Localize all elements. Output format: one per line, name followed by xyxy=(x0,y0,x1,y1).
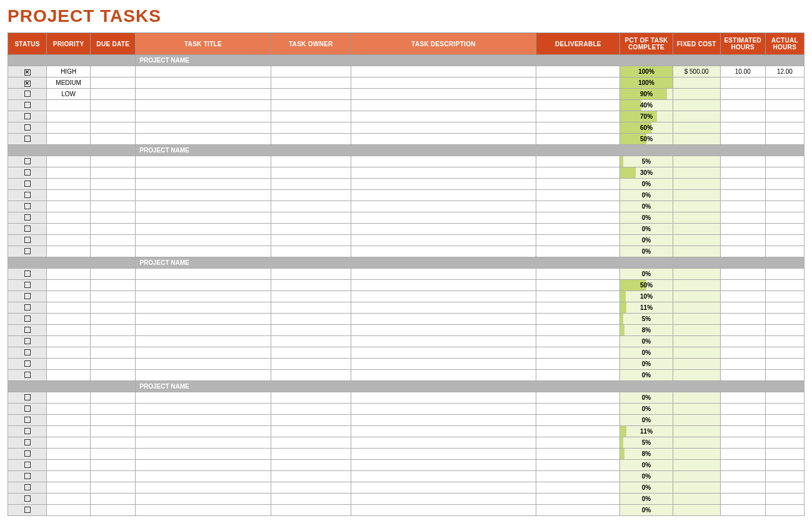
est-hours-cell[interactable] xyxy=(720,100,765,111)
fixed-cost-cell[interactable] xyxy=(673,224,720,235)
due-date-cell[interactable] xyxy=(91,167,136,179)
est-hours-cell[interactable] xyxy=(720,179,765,190)
status-cell[interactable] xyxy=(8,460,47,471)
act-hours-cell[interactable] xyxy=(765,505,804,516)
priority-cell[interactable] xyxy=(47,404,91,415)
task-owner-cell[interactable] xyxy=(271,100,351,111)
est-hours-cell[interactable] xyxy=(720,224,765,235)
task-desc-cell[interactable] xyxy=(351,156,536,167)
deliverable-cell[interactable] xyxy=(536,269,620,280)
pct-complete-cell[interactable]: 0% xyxy=(620,224,673,235)
checkbox-icon[interactable] xyxy=(24,158,31,164)
fixed-cost-cell[interactable] xyxy=(673,314,720,325)
due-date-cell[interactable] xyxy=(91,179,136,190)
deliverable-cell[interactable] xyxy=(536,201,620,212)
task-owner-cell[interactable] xyxy=(271,122,351,134)
status-cell[interactable] xyxy=(8,269,47,280)
est-hours-cell[interactable] xyxy=(720,280,765,291)
task-title-cell[interactable] xyxy=(136,224,271,235)
due-date-cell[interactable] xyxy=(91,314,136,325)
fixed-cost-cell[interactable] xyxy=(673,100,720,111)
status-cell[interactable] xyxy=(8,212,47,224)
status-cell[interactable] xyxy=(8,404,47,415)
act-hours-cell[interactable]: 12.00 xyxy=(765,66,804,77)
checkbox-icon[interactable] xyxy=(24,124,31,131)
task-desc-cell[interactable] xyxy=(351,190,536,201)
priority-cell[interactable]: MEDIUM xyxy=(47,77,91,89)
est-hours-cell[interactable] xyxy=(720,89,765,100)
deliverable-cell[interactable] xyxy=(536,482,620,494)
act-hours-cell[interactable] xyxy=(765,235,804,246)
priority-cell[interactable] xyxy=(47,314,91,325)
est-hours-cell[interactable] xyxy=(720,201,765,212)
priority-cell[interactable] xyxy=(47,224,91,235)
status-cell[interactable] xyxy=(8,370,47,381)
fixed-cost-cell[interactable] xyxy=(673,179,720,190)
task-title-cell[interactable] xyxy=(136,302,271,314)
due-date-cell[interactable] xyxy=(91,280,136,291)
pct-complete-cell[interactable]: 0% xyxy=(620,505,673,516)
pct-complete-cell[interactable]: 10% xyxy=(620,291,673,302)
due-date-cell[interactable] xyxy=(91,359,136,370)
due-date-cell[interactable] xyxy=(91,482,136,494)
due-date-cell[interactable] xyxy=(91,235,136,246)
priority-cell[interactable] xyxy=(47,494,91,505)
deliverable-cell[interactable] xyxy=(536,156,620,167)
priority-cell[interactable] xyxy=(47,167,91,179)
pct-complete-cell[interactable]: 0% xyxy=(620,235,673,246)
fixed-cost-cell[interactable] xyxy=(673,482,720,494)
priority-cell[interactable] xyxy=(47,460,91,471)
status-cell[interactable] xyxy=(8,111,47,122)
task-owner-cell[interactable] xyxy=(271,449,351,460)
priority-cell[interactable] xyxy=(47,111,91,122)
task-desc-cell[interactable] xyxy=(351,235,536,246)
task-desc-cell[interactable] xyxy=(351,111,536,122)
status-cell[interactable] xyxy=(8,190,47,201)
status-cell[interactable] xyxy=(8,100,47,111)
priority-cell[interactable] xyxy=(47,100,91,111)
task-title-cell[interactable] xyxy=(136,269,271,280)
checkbox-icon[interactable] xyxy=(24,237,31,243)
deliverable-cell[interactable] xyxy=(536,471,620,482)
priority-cell[interactable] xyxy=(47,426,91,437)
est-hours-cell[interactable] xyxy=(720,212,765,224)
task-title-cell[interactable] xyxy=(136,77,271,89)
task-owner-cell[interactable] xyxy=(271,280,351,291)
task-owner-cell[interactable] xyxy=(271,336,351,347)
task-title-cell[interactable] xyxy=(136,359,271,370)
task-title-cell[interactable] xyxy=(136,404,271,415)
task-title-cell[interactable] xyxy=(136,314,271,325)
due-date-cell[interactable] xyxy=(91,471,136,482)
fixed-cost-cell[interactable]: $ 500.00 xyxy=(673,66,720,77)
checkbox-icon[interactable] xyxy=(24,349,31,355)
due-date-cell[interactable] xyxy=(91,370,136,381)
task-desc-cell[interactable] xyxy=(351,122,536,134)
deliverable-cell[interactable] xyxy=(536,190,620,201)
checkbox-icon[interactable] xyxy=(24,327,31,333)
task-title-cell[interactable] xyxy=(136,437,271,449)
status-cell[interactable] xyxy=(8,359,47,370)
status-cell[interactable] xyxy=(8,505,47,516)
priority-cell[interactable] xyxy=(47,415,91,426)
due-date-cell[interactable] xyxy=(91,246,136,257)
checkbox-icon[interactable] xyxy=(24,248,31,254)
checkbox-icon[interactable] xyxy=(24,136,31,142)
pct-complete-cell[interactable]: 60% xyxy=(620,122,673,134)
act-hours-cell[interactable] xyxy=(765,437,804,449)
est-hours-cell[interactable] xyxy=(720,336,765,347)
fixed-cost-cell[interactable] xyxy=(673,426,720,437)
task-owner-cell[interactable] xyxy=(271,471,351,482)
task-title-cell[interactable] xyxy=(136,494,271,505)
task-owner-cell[interactable] xyxy=(271,404,351,415)
priority-cell[interactable] xyxy=(47,122,91,134)
task-desc-cell[interactable] xyxy=(351,404,536,415)
due-date-cell[interactable] xyxy=(91,224,136,235)
deliverable-cell[interactable] xyxy=(536,134,620,145)
status-cell[interactable] xyxy=(8,336,47,347)
deliverable-cell[interactable] xyxy=(536,122,620,134)
est-hours-cell[interactable] xyxy=(720,235,765,246)
task-title-cell[interactable] xyxy=(136,167,271,179)
act-hours-cell[interactable] xyxy=(765,291,804,302)
deliverable-cell[interactable] xyxy=(536,111,620,122)
act-hours-cell[interactable] xyxy=(765,77,804,89)
